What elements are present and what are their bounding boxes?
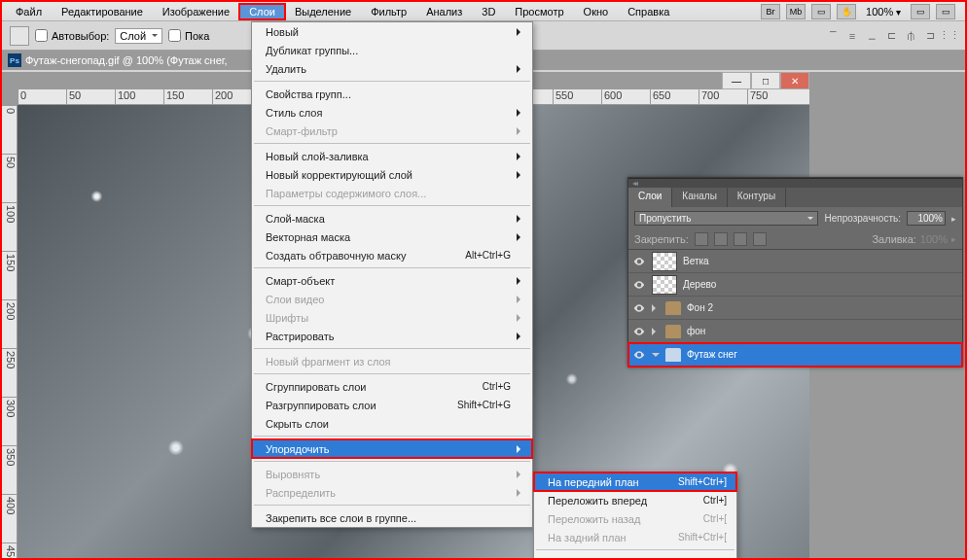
lock-position-icon[interactable] — [734, 232, 747, 246]
menu-item[interactable]: Новый корректирующий слой — [252, 165, 532, 184]
align-bottom-icon[interactable]: ⎽ — [864, 28, 879, 44]
align-left-icon[interactable]: ⊏ — [883, 28, 899, 44]
menu-item[interactable]: Сгруппировать слоиCtrl+G — [252, 377, 532, 396]
menu-item: Смарт-фильтр — [252, 122, 532, 140]
layer-row[interactable]: Дерево — [628, 273, 962, 297]
submenu-item[interactable]: Переложить впередCtrl+] — [534, 491, 736, 509]
show-transform-checkbox[interactable]: Пока — [168, 29, 209, 42]
menu-select[interactable]: Выделение — [285, 4, 361, 19]
menu-item[interactable]: Создать обтравочную маскуAlt+Ctrl+G — [252, 246, 532, 264]
arrange-submenu: На передний планShift+Ctrl+]Переложить в… — [533, 472, 737, 560]
menu-item[interactable]: Векторная маска — [252, 228, 532, 246]
zoom-level[interactable]: 100% ▾ — [862, 6, 905, 18]
align-vcenter-icon[interactable]: ≡ — [844, 28, 860, 44]
visibility-eye-icon[interactable] — [632, 348, 646, 362]
tab-layers[interactable]: Слои — [628, 188, 672, 207]
layers-dropdown: НовыйДубликат группы...УдалитьСвойства г… — [251, 21, 533, 528]
menu-file[interactable]: Файл — [6, 4, 52, 19]
menu-item[interactable]: Слой-маска — [252, 209, 532, 228]
bridge-icon[interactable]: Br — [761, 4, 780, 19]
maximize-button[interactable]: □ — [751, 72, 780, 89]
extras-icon[interactable]: ▭ — [911, 4, 930, 19]
blend-mode-select[interactable]: Пропустить — [634, 211, 818, 226]
folder-icon — [665, 348, 681, 362]
menu-3d[interactable]: 3D — [472, 4, 505, 19]
opacity-arrow-icon[interactable]: ▸ — [951, 214, 956, 224]
menu-item: Шрифты — [252, 308, 532, 327]
tab-paths[interactable]: Контуры — [728, 188, 786, 207]
lock-pixels-icon[interactable] — [714, 232, 728, 246]
layer-name: фон — [687, 326, 705, 336]
expand-triangle-icon[interactable] — [652, 304, 660, 312]
menu-window[interactable]: Окно — [574, 4, 619, 19]
align-right-icon[interactable]: ⊐ — [922, 28, 938, 44]
menu-item[interactable]: Удалить — [252, 59, 532, 78]
ps-icon: Ps — [8, 53, 21, 67]
menu-filter[interactable]: Фильтр — [361, 4, 416, 19]
align-top-icon[interactable]: ⎺ — [825, 28, 841, 44]
close-button[interactable]: ✕ — [780, 72, 809, 89]
lock-all-icon[interactable] — [753, 232, 767, 246]
menu-view[interactable]: Просмотр — [505, 4, 573, 19]
fill-value[interactable]: 100% — [920, 233, 948, 245]
visibility-eye-icon[interactable] — [632, 255, 646, 268]
menu-item: Параметры содержимого слоя... — [252, 184, 532, 202]
screen-mode-icon[interactable]: ▭ — [811, 4, 831, 19]
auto-select-target[interactable]: Слой — [115, 28, 162, 44]
opacity-value[interactable]: 100% — [907, 211, 946, 226]
menu-item[interactable]: Скрыть слои — [252, 414, 532, 433]
fill-arrow-icon[interactable]: ▸ — [951, 234, 956, 244]
menu-item[interactable]: Разгруппировать слоиShift+Ctrl+G — [252, 396, 532, 414]
hand-icon[interactable]: ✋ — [837, 4, 856, 19]
visibility-eye-icon[interactable] — [632, 278, 646, 292]
menu-item[interactable]: Новый — [252, 22, 532, 41]
menu-item[interactable]: Стиль слоя — [252, 103, 532, 122]
menu-image[interactable]: Изображение — [153, 4, 239, 19]
folder-icon — [665, 325, 681, 338]
distribute-icon[interactable]: ⋮⋮ — [942, 28, 957, 44]
menu-edit[interactable]: Редактирование — [52, 4, 153, 19]
tab-channels[interactable]: Каналы — [672, 188, 728, 207]
layer-row[interactable]: Футаж снег — [628, 343, 962, 367]
submenu-item: Инверсия — [534, 553, 736, 560]
layers-panel: Слои Каналы Контуры Пропустить Непрозрач… — [627, 177, 963, 368]
menu-item: Распределить — [252, 483, 532, 502]
folder-icon — [665, 301, 681, 315]
menu-analysis[interactable]: Анализ — [416, 4, 472, 19]
auto-select-checkbox[interactable]: Автовыбор: — [35, 29, 109, 42]
expand-triangle-icon[interactable] — [652, 353, 660, 361]
menubar: Файл Редактирование Изображение Слои Выд… — [2, 2, 965, 21]
align-hcenter-icon[interactable]: ⫛ — [903, 28, 918, 44]
menu-help[interactable]: Справка — [618, 4, 679, 19]
expand-triangle-icon[interactable] — [652, 328, 660, 335]
extras2-icon[interactable]: ▭ — [936, 4, 955, 19]
lock-label: Закрепить: — [634, 233, 689, 245]
layer-row[interactable]: фон — [628, 320, 962, 343]
menu-item[interactable]: Дубликат группы... — [252, 41, 532, 59]
fill-label: Заливка: — [872, 233, 915, 245]
layer-row[interactable]: Фон 2 — [628, 297, 962, 320]
menu-item[interactable]: Новый слой-заливка — [252, 147, 532, 165]
menu-item[interactable]: Закрепить все слои в группе... — [252, 508, 532, 527]
menu-item[interactable]: Смарт-объект — [252, 271, 532, 290]
menu-item[interactable]: Свойства групп... — [252, 85, 532, 103]
panel-handle[interactable] — [628, 178, 962, 188]
menu-item: Выровнять — [252, 465, 532, 483]
layer-list: ВеткаДеревоФон 2фонФутаж снег — [628, 250, 962, 367]
visibility-eye-icon[interactable] — [632, 301, 646, 315]
submenu-item[interactable]: На передний планShift+Ctrl+] — [534, 472, 736, 491]
menu-item[interactable]: Упорядочить — [252, 439, 532, 458]
mb-icon[interactable]: Mb — [786, 4, 806, 19]
lock-transparency-icon[interactable] — [695, 232, 708, 246]
ruler-vertical: 050100150200250300350400450 — [2, 105, 18, 560]
layer-thumbnail — [652, 275, 677, 295]
menu-item[interactable]: Растрировать — [252, 327, 532, 345]
move-tool-icon[interactable] — [10, 26, 29, 46]
menu-item: Новый фрагмент из слоя — [252, 352, 532, 370]
minimize-button[interactable]: — — [722, 72, 751, 89]
menu-layers[interactable]: Слои — [239, 4, 285, 19]
layer-name: Ветка — [683, 256, 709, 266]
visibility-eye-icon[interactable] — [632, 325, 646, 338]
menu-item: Слои видео — [252, 290, 532, 308]
layer-row[interactable]: Ветка — [628, 250, 962, 273]
